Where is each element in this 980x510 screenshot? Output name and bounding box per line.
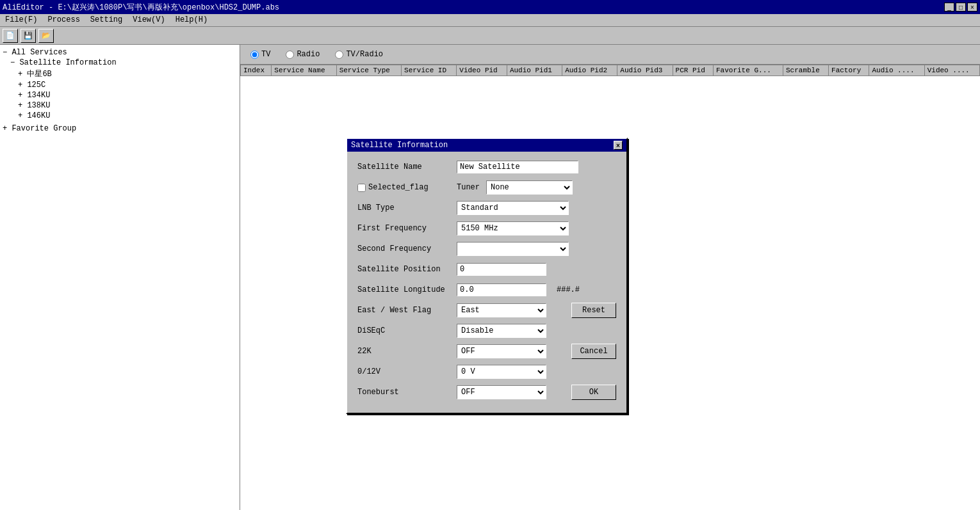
second-frequency-control: 10600 MHz 10750 MHz [457, 242, 616, 256]
toneburst-group: OFF ON OK [457, 385, 546, 399]
toneburst-row: Toneburst OFF ON OK [357, 385, 616, 400]
sidebar-item-125c[interactable]: + 125C [3, 80, 237, 90]
title-bar-buttons: _ □ × [944, 3, 977, 12]
modal-close-button[interactable]: × [614, 141, 623, 150]
col-video-pid: Video Pid [457, 65, 507, 76]
radio-tv[interactable]: TV [250, 50, 270, 59]
satellite-longitude-input[interactable] [457, 283, 546, 296]
satellite-longitude-label: Satellite Longitude [357, 285, 457, 294]
satellite-position-input[interactable] [457, 263, 546, 276]
radio-tvradio-input[interactable] [335, 51, 343, 59]
reset-button[interactable]: Reset [571, 303, 616, 318]
toneburst-select[interactable]: OFF ON [457, 385, 546, 399]
tree-icon: − [10, 58, 15, 67]
second-frequency-label: Second Frequency [357, 244, 457, 253]
window-title: AliEditor - E:\赵兴涛\1080P\写书\再版补充\openbox… [3, 2, 279, 13]
col-service-name: Service Name [272, 65, 336, 76]
first-frequency-control: 5150 MHz 9750 MHz 10600 MHz 10750 MHz [457, 221, 616, 235]
menu-process[interactable]: Process [45, 15, 82, 25]
minimize-button[interactable]: _ [944, 3, 954, 12]
tree-icon: + [18, 101, 22, 110]
sidebar-item-favorite-group[interactable]: + Favorite Group [3, 124, 237, 134]
close-button[interactable]: × [967, 3, 977, 12]
col-audio-pid3: Audio Pid3 [617, 65, 673, 76]
tree-icon: + [18, 91, 22, 100]
col-pcr-pid: PCR Pid [673, 65, 713, 76]
selected-flag-label: Selected_flag [368, 183, 429, 192]
second-frequency-row: Second Frequency 10600 MHz 10750 MHz [357, 241, 616, 257]
toolbar-save-button[interactable]: 💾 [20, 29, 36, 43]
tree-icon: + [3, 124, 7, 133]
diseqc-select[interactable]: Disable DiSEqC 1.0 DiSEqC 1.1 DiSEqC 1.2 [457, 324, 546, 338]
toolbar-new-button[interactable]: 📄 [3, 29, 18, 43]
col-index: Index [241, 65, 272, 76]
service-table: Index Service Name Service Type Service … [240, 65, 980, 76]
title-bar: AliEditor - E:\赵兴涛\1080P\写书\再版补充\openbox… [0, 0, 980, 14]
col-factory: Factory [829, 65, 869, 76]
first-frequency-row: First Frequency 5150 MHz 9750 MHz 10600 … [357, 221, 616, 236]
east-west-label: East / West Flag [357, 306, 457, 315]
east-west-select[interactable]: East West [457, 303, 546, 317]
22k-label: 22K [357, 347, 457, 356]
voltage-label: 0/12V [357, 367, 457, 376]
east-west-group: East West Reset [457, 303, 546, 317]
radio-radio[interactable]: Radio [286, 50, 320, 59]
tree-icon: + [18, 81, 22, 90]
22k-select[interactable]: OFF ON [457, 344, 546, 358]
satellite-position-control [457, 263, 616, 276]
modal-title-bar: Satellite Information × [347, 139, 626, 152]
lnb-type-row: LNB Type Standard Universal Custom [357, 200, 616, 216]
cancel-button[interactable]: Cancel [571, 344, 616, 359]
maximize-button[interactable]: □ [956, 3, 966, 12]
second-frequency-select[interactable]: 10600 MHz 10750 MHz [457, 242, 569, 256]
selected-flag-checkbox-group: Selected_flag [357, 183, 457, 192]
col-audio: Audio .... [869, 65, 924, 76]
toolbar-open-button[interactable]: 📂 [38, 29, 54, 43]
radio-tv-radio[interactable]: TV/Radio [335, 50, 383, 59]
menu-help[interactable]: Help(H) [173, 15, 210, 25]
toneburst-label: Toneburst [357, 388, 457, 397]
sidebar-item-146ku[interactable]: + 146KU [3, 111, 237, 121]
satellite-name-label: Satellite Name [357, 163, 457, 171]
satellite-name-row: Satellite Name [357, 159, 616, 175]
col-favorite-g: Favorite G... [714, 65, 783, 76]
tuner-group: Tuner None Tuner 1 Tuner 2 [457, 180, 573, 195]
diseqc-label: DiSEqC [357, 326, 457, 335]
first-frequency-label: First Frequency [357, 224, 457, 233]
modal-content: Satellite Name Selected_flag Tuner None … [347, 152, 626, 413]
22k-group: OFF ON Cancel [457, 344, 546, 358]
tuner-select[interactable]: None Tuner 1 Tuner 2 [486, 180, 573, 195]
first-frequency-select[interactable]: 5150 MHz 9750 MHz 10600 MHz 10750 MHz [457, 221, 569, 235]
lnb-type-label: LNB Type [357, 203, 457, 212]
col-audio-pid2: Audio Pid2 [562, 65, 617, 76]
longitude-hint: ###.# [557, 285, 580, 294]
diseqc-row: DiSEqC Disable DiSEqC 1.0 DiSEqC 1.1 DiS… [357, 323, 616, 339]
sidebar-item-138ku[interactable]: + 138KU [3, 100, 237, 111]
satellite-name-input[interactable] [457, 161, 578, 173]
satellite-position-row: Satellite Position [357, 262, 616, 277]
col-audio-pid1: Audio Pid1 [507, 65, 562, 76]
satellite-name-control [457, 161, 616, 173]
sidebar-item-satellite-info[interactable]: − Satellite Information [3, 58, 237, 68]
menu-view[interactable]: View(V) [130, 15, 167, 25]
modal-title: Satellite Information [351, 141, 448, 150]
ok-button[interactable]: OK [571, 385, 616, 400]
voltage-control: 0 V 12 V [457, 365, 616, 379]
radio-radio-input[interactable] [286, 51, 294, 59]
sidebar-item-zhongxing6b[interactable]: + 中星6B [3, 68, 237, 80]
col-video: Video .... [924, 65, 979, 76]
tuner-label: Tuner [457, 183, 480, 192]
voltage-select[interactable]: 0 V 12 V [457, 365, 546, 379]
menu-setting[interactable]: Setting [88, 15, 125, 25]
satellite-longitude-group: ###.# [457, 283, 580, 296]
menu-file[interactable]: File(F) [3, 15, 40, 25]
sidebar-item-134ku[interactable]: + 134KU [3, 90, 237, 100]
selected-flag-checkbox[interactable] [357, 184, 366, 192]
22k-row: 22K OFF ON Cancel [357, 344, 616, 359]
lnb-type-select[interactable]: Standard Universal Custom [457, 201, 569, 215]
col-scramble: Scramble [783, 65, 829, 76]
sidebar-item-all-services[interactable]: − All Services [3, 47, 237, 58]
radio-tabs: TV Radio TV/Radio [240, 45, 980, 65]
col-service-type: Service Type [336, 65, 401, 76]
radio-tv-input[interactable] [250, 51, 259, 59]
